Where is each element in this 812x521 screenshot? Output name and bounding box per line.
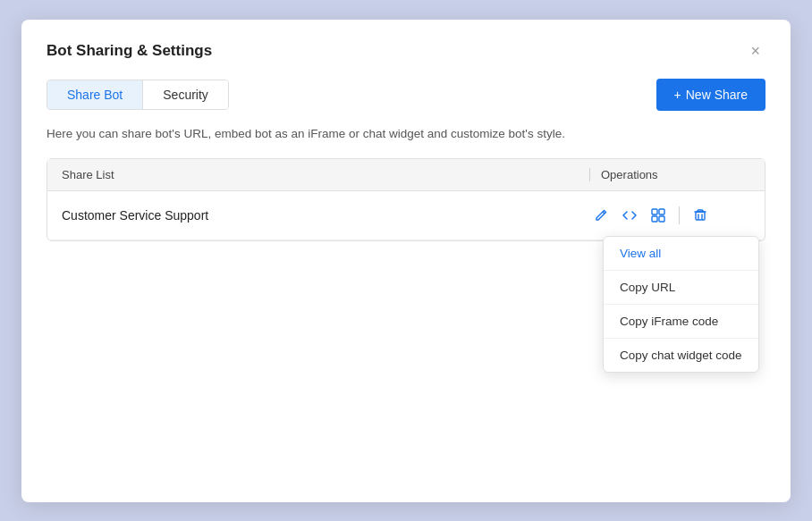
- row-actions: View all Copy URL Copy iFrame code Copy …: [589, 204, 750, 227]
- share-table: Share List Operations Customer Service S…: [47, 158, 765, 241]
- svg-rect-3: [659, 216, 664, 222]
- new-share-label: New Share: [686, 88, 748, 102]
- modal-container: Bot Sharing & Settings × Share Bot Secur…: [21, 20, 791, 502]
- actions-divider: [679, 206, 680, 224]
- new-share-plus-icon: +: [674, 88, 681, 102]
- widget-button[interactable]: [647, 204, 670, 227]
- header-share-list: Share List: [62, 168, 589, 181]
- close-button[interactable]: ×: [745, 41, 765, 61]
- embed-icon: [622, 208, 637, 223]
- modal-header: Bot Sharing & Settings ×: [47, 41, 765, 61]
- svg-rect-2: [652, 216, 657, 222]
- header-operations: Operations: [589, 168, 750, 181]
- dropdown-item-copy-url[interactable]: Copy URL: [604, 271, 758, 305]
- new-share-button[interactable]: + New Share: [656, 79, 765, 111]
- edit-icon: [594, 208, 608, 223]
- tabs-and-actions: Share Bot Security + New Share: [47, 79, 765, 111]
- svg-rect-0: [652, 209, 657, 214]
- modal-title: Bot Sharing & Settings: [47, 42, 212, 60]
- svg-rect-4: [696, 212, 705, 220]
- widget-icon: [651, 208, 665, 223]
- svg-rect-1: [659, 209, 664, 214]
- tab-share-bot[interactable]: Share Bot: [47, 80, 143, 109]
- row-name: Customer Service Support: [62, 208, 589, 223]
- dropdown-item-copy-iframe[interactable]: Copy iFrame code: [604, 305, 758, 339]
- description-text: Here you can share bot's URL, embed bot …: [47, 127, 765, 140]
- tab-security[interactable]: Security: [143, 80, 228, 109]
- dropdown-menu: View all Copy URL Copy iFrame code Copy …: [603, 236, 759, 373]
- embed-button[interactable]: [618, 204, 641, 227]
- dropdown-item-copy-widget[interactable]: Copy chat widget code: [604, 339, 758, 372]
- delete-icon: [693, 208, 707, 223]
- delete-button[interactable]: [689, 204, 712, 227]
- tab-group: Share Bot Security: [47, 80, 229, 110]
- table-row: Customer Service Support: [47, 191, 765, 240]
- table-header: Share List Operations: [47, 159, 765, 191]
- edit-button[interactable]: [589, 204, 613, 227]
- dropdown-item-view-all[interactable]: View all: [604, 237, 758, 271]
